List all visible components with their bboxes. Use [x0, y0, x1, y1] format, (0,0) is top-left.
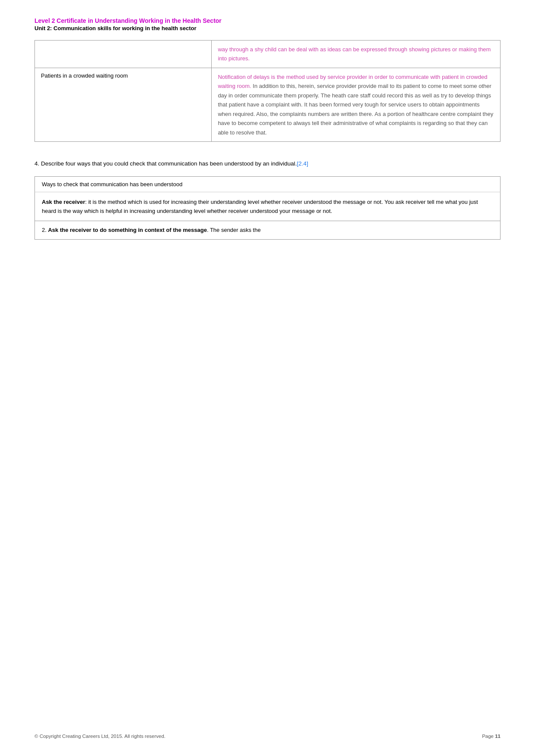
table-row: Patients in a crowded waiting room Notif…	[35, 68, 501, 141]
footer-copyright: © Copyright Creating Careers Ltd, 2015. …	[34, 734, 166, 739]
box2-bold: Ask the receiver to do something in cont…	[48, 227, 206, 233]
header-title: Level 2 Certificate in Understanding Wor…	[34, 17, 501, 24]
header-subtitle: Unit 2: Communication skills for working…	[34, 25, 501, 31]
table-cell-right-2: Notification of delays is the method use…	[212, 68, 501, 141]
content-box-2: 2. Ask the receiver to do something in c…	[34, 221, 501, 239]
footer-page-number: 11	[495, 734, 501, 739]
table-cell-left-1	[35, 41, 212, 68]
content-table: way through a shy child can be deal with…	[34, 40, 501, 142]
question-4-ref: [2.4]	[297, 160, 308, 167]
footer-page-label: Page	[482, 734, 494, 739]
cell-text-dark-2: In addition to this, herein, service pro…	[218, 83, 493, 135]
page-footer: © Copyright Creating Careers Ltd, 2015. …	[34, 734, 501, 739]
table-cell-left-2: Patients in a crowded waiting room	[35, 68, 212, 141]
content-box-1-header: Ways to check that communication has bee…	[34, 176, 501, 192]
cell-text-pink-1: way through a shy child can be deal with…	[218, 46, 491, 62]
box2-rest: . The sender asks the	[207, 227, 261, 233]
box1-header-text: Ways to check that communication has bee…	[42, 181, 182, 187]
question-4: 4. Describe four ways that you could che…	[34, 159, 501, 169]
box2-number: 2.	[42, 227, 47, 233]
box1-body-text: : it is the method which is used for inc…	[42, 199, 478, 214]
footer-page: Page 11	[482, 734, 501, 739]
left-cell-label: Patients in a crowded waiting room	[41, 72, 128, 79]
box1-bold-text: Ask the receiver	[42, 199, 85, 205]
table-cell-right-1: way through a shy child can be deal with…	[212, 41, 501, 68]
content-box-1-body: Ask the receiver: it is the method which…	[34, 192, 501, 222]
question-4-text: 4. Describe four ways that you could che…	[34, 160, 297, 167]
table-row: way through a shy child can be deal with…	[35, 41, 501, 68]
page-header: Level 2 Certificate in Understanding Wor…	[34, 17, 501, 31]
